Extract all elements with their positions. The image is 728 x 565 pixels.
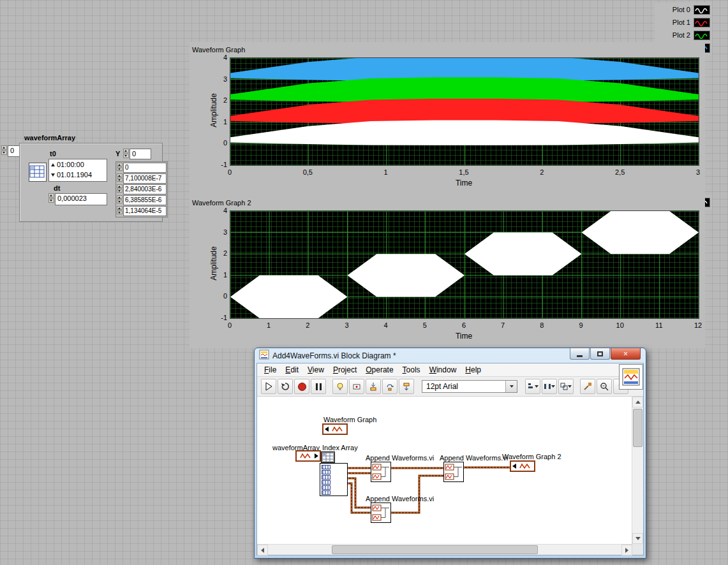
y-array-element[interactable]: 7,100008E-7	[117, 173, 167, 184]
dt-value[interactable]: 0,000023	[55, 193, 107, 205]
vi-icon[interactable]	[619, 364, 643, 390]
element-spinner[interactable]	[117, 184, 123, 194]
scroll-up-button[interactable]	[632, 397, 643, 407]
terminal-arrow-icon	[325, 427, 329, 432]
menu-edit[interactable]: Edit	[281, 365, 303, 374]
y-index-value[interactable]: 0	[130, 149, 151, 159]
y-array-value[interactable]: 6,385855E-6	[123, 195, 167, 205]
step-over-button[interactable]	[382, 379, 397, 394]
menu-project[interactable]: Project	[329, 365, 361, 374]
distribute-objects-dropdown[interactable]	[542, 379, 557, 394]
y-array-value[interactable]: 7,100008E-7	[123, 173, 167, 184]
minimize-button[interactable]	[570, 348, 590, 360]
run-continuous-button[interactable]	[278, 379, 293, 394]
waveform-datatype-icon[interactable]	[29, 163, 47, 182]
maximize-button[interactable]	[590, 348, 610, 360]
font-selector[interactable]: 12pt Arial	[422, 380, 517, 393]
font-selector-dropdown[interactable]	[505, 381, 517, 392]
y-array-element[interactable]: 2,840003E-6	[117, 184, 167, 194]
menu-help[interactable]: Help	[461, 365, 486, 374]
y-array-element[interactable]: 6,385855E-6	[117, 195, 167, 205]
run-button[interactable]	[261, 379, 276, 394]
horizontal-scroll-track[interactable]	[268, 545, 621, 555]
t0-date-row[interactable]: 01.01.1904	[49, 170, 107, 180]
x-tick-label: 1	[256, 321, 281, 329]
x-tick-label: 6	[451, 321, 477, 329]
t0-date-value[interactable]: 01.01.1904	[57, 171, 92, 179]
menu-operate[interactable]: Operate	[361, 365, 397, 374]
decrement-icon[interactable]	[51, 173, 55, 177]
x-tick-label: 0,5	[295, 168, 320, 176]
x-tick-label: 3	[334, 321, 360, 329]
element-spinner[interactable]	[117, 163, 123, 173]
search-button[interactable]	[597, 379, 612, 394]
toolbar: 12pt Arial ?	[257, 377, 643, 397]
index-array-node[interactable]	[320, 463, 348, 496]
waveform-graph2-terminal[interactable]	[510, 460, 535, 472]
t0-control[interactable]: 01:00:00 01.01.1904	[48, 159, 107, 182]
scroll-right-button[interactable]	[621, 545, 632, 555]
y-array-value[interactable]: 2,840003E-6	[123, 184, 167, 194]
menu-tools[interactable]: Tools	[398, 365, 425, 374]
legend-item[interactable]: Plot 1	[657, 16, 710, 29]
menu-window[interactable]: Window	[425, 365, 461, 374]
waveform-graph-terminal[interactable]	[322, 423, 348, 435]
element-spinner[interactable]	[117, 206, 123, 216]
pause-button[interactable]	[311, 379, 326, 394]
legend-item[interactable]: Plot 0	[657, 3, 710, 16]
close-button[interactable]: ×	[611, 348, 641, 360]
abort-button[interactable]	[294, 379, 309, 394]
vertical-scroll-track[interactable]	[632, 407, 643, 533]
x-tick-label: 1,5	[451, 168, 477, 176]
legend-item[interactable]: Plot 2	[657, 29, 710, 41]
menu-file[interactable]: File	[260, 365, 281, 374]
search-icon	[600, 382, 609, 391]
increment-icon[interactable]	[51, 163, 55, 166]
retain-wire-values-button[interactable]	[349, 379, 364, 394]
dt-control[interactable]: 0,000023	[48, 193, 107, 205]
horizontal-scroll-thumb[interactable]	[332, 545, 538, 554]
y-index-spinner[interactable]	[123, 149, 129, 159]
y-array-element[interactable]: 1,134064E-5	[117, 206, 167, 216]
array-index-spinner[interactable]	[1, 145, 7, 157]
element-spinner[interactable]	[117, 195, 123, 205]
terminal-arrow-icon	[512, 464, 516, 469]
step-into-button[interactable]	[366, 379, 381, 394]
scroll-down-button[interactable]	[632, 533, 643, 544]
legend-label: Plot 2	[672, 31, 690, 39]
dt-spinner[interactable]	[48, 193, 54, 205]
diagram-canvas[interactable]: Waveform Graph waveformArray Index Array	[257, 397, 632, 544]
vertical-scroll-thumb[interactable]	[633, 409, 643, 447]
legend-label: Plot 1	[672, 18, 690, 26]
append-waveforms-3-node[interactable]	[371, 503, 391, 523]
highlight-execution-button[interactable]	[332, 379, 348, 394]
append-waveforms-icon	[371, 503, 391, 523]
x-tick-label: 3	[685, 168, 711, 176]
scroll-left-button[interactable]	[257, 545, 268, 555]
y-index-control[interactable]: 0	[123, 149, 151, 159]
legend-label: Plot 0	[672, 6, 690, 13]
waveform-array-terminal[interactable]	[295, 450, 321, 462]
append-waveforms-1-node[interactable]	[371, 462, 391, 482]
append-waveforms-2-node[interactable]	[443, 462, 464, 482]
window-titlebar[interactable]: Add4WaveForms.vi Block Diagram * ×	[256, 348, 644, 363]
step-out-button[interactable]	[399, 379, 414, 394]
index-array-icon[interactable]	[321, 451, 335, 463]
horizontal-scrollbar[interactable]	[257, 544, 632, 555]
resize-objects-dropdown[interactable]	[558, 379, 574, 394]
y-tick-label: -1	[207, 314, 227, 321]
y-array-value[interactable]: 0	[123, 163, 167, 173]
element-spinner[interactable]	[117, 173, 123, 184]
y-array-element[interactable]: 0	[117, 163, 167, 173]
vertical-scrollbar[interactable]	[632, 397, 643, 544]
t0-time-value[interactable]: 01:00:00	[57, 161, 84, 168]
waveform-graph2-plot[interactable]	[230, 210, 699, 319]
waveform-graph-plot[interactable]	[230, 57, 699, 166]
clean-up-diagram-button[interactable]	[580, 379, 595, 394]
t0-time-row[interactable]: 01:00:00	[49, 159, 107, 170]
window-client: FileEditViewProjectOperateToolsWindowHel…	[256, 363, 644, 555]
y-array-value[interactable]: 1,134064E-5	[123, 206, 167, 216]
menu-view[interactable]: View	[303, 365, 329, 374]
x-tick-label: 0	[217, 168, 242, 176]
align-objects-dropdown[interactable]	[525, 379, 540, 394]
